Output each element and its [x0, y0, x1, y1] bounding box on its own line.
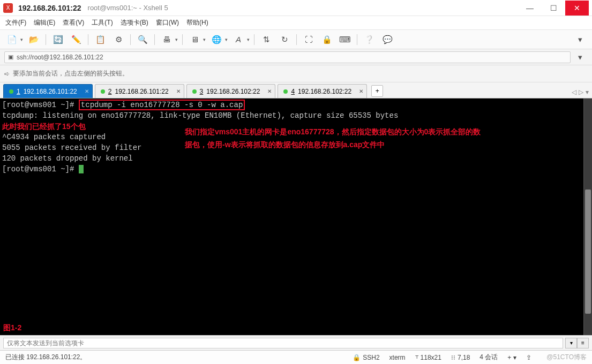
terminal[interactable]: [root@vms001 ~]# tcpdump -i eno16777728 … — [0, 98, 592, 335]
screen-icon[interactable]: 🖥 — [187, 33, 202, 47]
send-toggle-button[interactable]: ≡ — [577, 338, 589, 348]
tab-close-icon[interactable]: ✕ — [85, 88, 89, 94]
disconnect-icon[interactable]: ✏️ — [69, 33, 84, 47]
send-menu-button[interactable]: ▾ — [565, 338, 577, 348]
address-text: ssh://root@192.168.26.101:22 — [17, 54, 103, 61]
tab-label: 192.168.26.101:22 — [24, 88, 77, 95]
toolbar: 📄▾ 📂 🔄 ✏️ 📋 ⚙ 🔍 🖶▾ 🖥▾ 🌐▾ A▾ ⇅ ↻ ⛶ 🔒 ⌨ ❔ … — [0, 30, 592, 49]
address-bar[interactable]: ▣ ssh://root@192.168.26.101:22 — [4, 51, 571, 63]
prompt: [root@vms001 ~]# — [2, 165, 79, 173]
ssh-icon: ▣ — [8, 54, 13, 60]
transfer-icon[interactable]: ⇅ — [259, 33, 274, 47]
tab-label: 192.168.26.101:22 — [115, 88, 168, 95]
send-bar: ▾ ≡ — [0, 335, 592, 350]
reconnect-icon[interactable]: 🔄 — [50, 33, 65, 47]
toolbar-overflow-icon[interactable]: ▾ — [573, 33, 588, 47]
properties-icon[interactable]: ⚙ — [111, 33, 126, 47]
print-icon[interactable]: 🖶 — [159, 33, 174, 47]
menu-help[interactable]: 帮助(H) — [186, 18, 208, 27]
search-icon[interactable]: 🔍 — [135, 33, 150, 47]
add-tab-button[interactable]: + — [371, 85, 383, 97]
tab-nav: ◁ ▷ ▾ — [572, 88, 589, 96]
title-subtitle: root@vms001:~ - Xshell 5 — [88, 4, 168, 12]
status-size: 118x21 — [421, 354, 441, 361]
lock-icon[interactable]: 🔒 — [319, 33, 334, 47]
menu-bar: 文件(F) 编辑(E) 查看(V) 工具(T) 选项卡(B) 窗口(W) 帮助(… — [0, 16, 592, 30]
status-dot-icon — [283, 89, 288, 94]
tab-2[interactable]: 2 192.168.26.101:22 ✕ — [95, 84, 184, 98]
status-pos: 7,18 — [458, 354, 470, 361]
tab-number: 1 — [17, 88, 20, 95]
tab-number: 4 — [291, 88, 295, 95]
annotation-right: 我们指定vms001主机的网卡是eno16777728，然后指定数据包的大小为0… — [185, 125, 571, 151]
hint-text: 要添加当前会话，点击左侧的箭头按钮。 — [13, 69, 129, 78]
tab-next-icon[interactable]: ▷ — [579, 88, 583, 96]
tab-strip: 1 192.168.26.101:22 ✕ 2 192.168.26.101:2… — [0, 82, 592, 98]
command-highlight: tcpdump -i eno16777728 -s 0 -w a.cap — [79, 100, 245, 110]
status-bar: 已连接 192.168.26.101:22。 🔒SSH2 xterm ⸆ 118… — [0, 350, 592, 364]
keyboard-icon[interactable]: ⌨ — [338, 33, 353, 47]
terminal-output: tcpdump: listening on eno16777728, link-… — [2, 110, 590, 121]
open-icon[interactable]: 📂 — [26, 33, 41, 47]
status-sessions: 4 会话 — [479, 353, 498, 362]
status-dot-icon — [192, 89, 197, 94]
plus-icon[interactable]: + — [507, 354, 511, 361]
refresh-icon[interactable]: ↻ — [277, 33, 292, 47]
send-input[interactable] — [3, 338, 563, 348]
figure-label: 图1-2 — [3, 322, 21, 333]
tab-close-icon[interactable]: ✕ — [176, 88, 181, 94]
status-dot-icon — [9, 89, 13, 94]
status-term: xterm — [389, 354, 406, 361]
status-dot-icon — [101, 89, 105, 94]
title-ip: 192.168.26.101:22 — [18, 4, 81, 12]
tab-4[interactable]: 4 192.168.26.102:22 ✕ — [278, 84, 367, 98]
scrollbar-thumb[interactable] — [585, 189, 591, 314]
chat-icon[interactable]: 💬 — [380, 33, 395, 47]
tab-1[interactable]: 1 192.168.26.101:22 ✕ — [3, 84, 93, 98]
caps-icon: ⇪ — [526, 354, 531, 361]
terminal-output: 120 packets dropped by kernel — [2, 153, 590, 164]
address-bar-wrap: ▣ ssh://root@192.168.26.101:22 ▾ — [0, 49, 592, 65]
tab-number: 2 — [108, 88, 112, 95]
hint-arrow-icon[interactable]: ➪ — [4, 70, 10, 78]
app-icon: X — [3, 3, 13, 13]
menu-tabs[interactable]: 选项卡(B) — [121, 18, 148, 27]
copy-icon[interactable]: 📋 — [93, 33, 108, 47]
tab-3[interactable]: 3 192.168.26.102:22 ✕ — [186, 84, 276, 98]
lock-icon: 🔒 — [353, 354, 361, 361]
tab-close-icon[interactable]: ✕ — [267, 88, 272, 94]
close-button[interactable]: ✕ — [565, 1, 589, 16]
help-icon[interactable]: ❔ — [362, 33, 377, 47]
menu-edit[interactable]: 编辑(E) — [34, 18, 55, 27]
tab-label: 192.168.26.102:22 — [206, 88, 260, 95]
status-proto: SSH2 — [363, 354, 379, 361]
cursor-icon — [79, 165, 84, 173]
menu-view[interactable]: 查看(V) — [63, 18, 84, 27]
menu-window[interactable]: 窗口(W) — [156, 18, 179, 27]
font-icon[interactable]: A — [231, 33, 246, 47]
hint-bar: ➪ 要添加当前会话，点击左侧的箭头按钮。 — [0, 65, 592, 82]
tab-close-icon[interactable]: ✕ — [359, 88, 363, 94]
status-connection: 已连接 192.168.26.101:22。 — [5, 353, 86, 362]
watermark: @51CTO博客 — [546, 353, 587, 362]
new-session-icon[interactable]: 📄 — [4, 33, 19, 47]
terminal-scrollbar[interactable] — [583, 98, 592, 335]
maximize-button[interactable]: ☐ — [542, 1, 565, 16]
prompt: [root@vms001 ~]# — [2, 101, 74, 109]
fullscreen-icon[interactable]: ⛶ — [301, 33, 316, 47]
tab-number: 3 — [200, 88, 204, 95]
tab-prev-icon[interactable]: ◁ — [572, 88, 576, 96]
minimize-button[interactable]: — — [518, 1, 542, 16]
title-bar: X 192.168.26.101:22 root@vms001:~ - Xshe… — [0, 0, 592, 16]
address-dropdown-icon[interactable]: ▾ — [573, 50, 588, 64]
tab-menu-icon[interactable]: ▾ — [586, 88, 589, 96]
menu-file[interactable]: 文件(F) — [5, 18, 26, 27]
tab-label: 192.168.26.102:22 — [298, 88, 351, 95]
menu-tools[interactable]: 工具(T) — [92, 18, 113, 27]
globe-icon[interactable]: 🌐 — [209, 33, 224, 47]
